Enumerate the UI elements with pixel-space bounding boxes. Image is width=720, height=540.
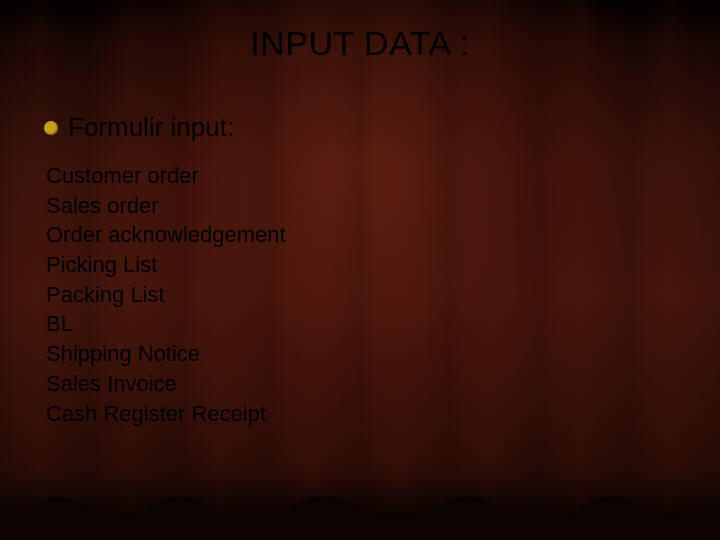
list-item: Shipping Notice xyxy=(46,339,286,369)
list-item: Picking List xyxy=(46,250,286,280)
list-item: Order acknowledgement xyxy=(46,220,286,250)
list-item: Sales order xyxy=(46,191,286,221)
bullet-label: Formulir input: xyxy=(68,112,234,143)
list-item: BL xyxy=(46,309,286,339)
list-item: Cash Register Receipt xyxy=(46,399,286,429)
bullet-icon xyxy=(44,121,58,135)
list-item: Packing List xyxy=(46,280,286,310)
list-item: Sales Invoice xyxy=(46,369,286,399)
input-forms-list: Customer order Sales order Order acknowl… xyxy=(46,161,286,428)
bullet-row: Formulir input: xyxy=(44,112,286,143)
slide: INPUT DATA : Formulir input: Customer or… xyxy=(0,0,720,540)
slide-title: INPUT DATA : xyxy=(0,24,720,63)
list-item: Customer order xyxy=(46,161,286,191)
slide-content: Formulir input: Customer order Sales ord… xyxy=(44,112,286,428)
